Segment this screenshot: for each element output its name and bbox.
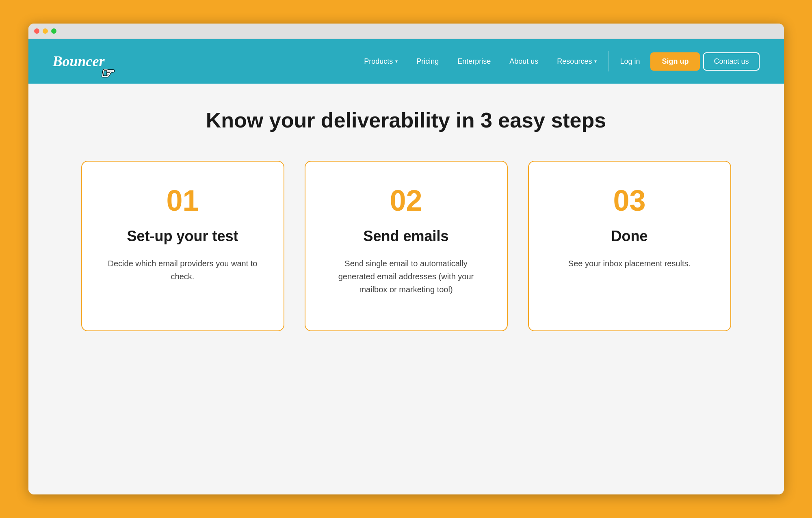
- browser-chrome: [28, 24, 784, 39]
- nav-item-about[interactable]: About us: [502, 57, 546, 66]
- about-label: About us: [509, 57, 538, 65]
- steps-container: 01 Set-up your test Decide which email p…: [81, 161, 731, 331]
- step-number-2: 02: [390, 186, 422, 215]
- step-desc-1: Decide which email providers you want to…: [102, 257, 263, 283]
- step-card-2: 02 Send emails Send single email to auto…: [305, 161, 508, 331]
- cursor-icon: ☞: [100, 65, 113, 82]
- login-link[interactable]: Log in: [613, 54, 647, 69]
- logo[interactable]: Bouncer ☞: [53, 53, 105, 70]
- products-label: Products: [364, 57, 393, 66]
- main-content: Know your deliverability in 3 easy steps…: [28, 84, 784, 494]
- nav-links: Products ▾ Pricing Enterprise About us: [357, 54, 604, 69]
- enterprise-label: Enterprise: [457, 57, 491, 65]
- step-card-1: 01 Set-up your test Decide which email p…: [81, 161, 284, 331]
- step-title-3: Done: [611, 227, 648, 245]
- nav-item-products[interactable]: Products ▾: [357, 54, 405, 69]
- minimize-button[interactable]: [43, 28, 48, 34]
- nav-item-enterprise[interactable]: Enterprise: [450, 57, 498, 66]
- step-card-3: 03 Done See your inbox placement results…: [528, 161, 731, 331]
- nav-divider: [608, 51, 608, 71]
- close-button[interactable]: [34, 28, 39, 34]
- step-title-1: Set-up your test: [127, 227, 238, 245]
- products-chevron-icon: ▾: [395, 58, 398, 64]
- contact-button[interactable]: Contact us: [703, 52, 759, 71]
- step-desc-3: See your inbox placement results.: [568, 257, 691, 270]
- resources-chevron-icon: ▾: [594, 58, 597, 64]
- maximize-button[interactable]: [51, 28, 56, 34]
- nav-item-pricing[interactable]: Pricing: [409, 57, 446, 66]
- resources-label: Resources: [557, 57, 592, 66]
- pricing-label: Pricing: [416, 57, 439, 65]
- step-desc-2: Send single email to automatically gener…: [326, 257, 487, 296]
- browser-window: Bouncer ☞ Products ▾ Pricing Enterprise: [28, 24, 784, 494]
- step-title-2: Send emails: [363, 227, 448, 245]
- signup-button[interactable]: Sign up: [650, 52, 700, 71]
- page-title: Know your deliverability in 3 easy steps: [206, 108, 606, 132]
- step-number-1: 01: [166, 186, 199, 215]
- navbar: Bouncer ☞ Products ▾ Pricing Enterprise: [28, 39, 784, 84]
- step-number-3: 03: [613, 186, 645, 215]
- nav-item-resources[interactable]: Resources ▾: [550, 54, 604, 69]
